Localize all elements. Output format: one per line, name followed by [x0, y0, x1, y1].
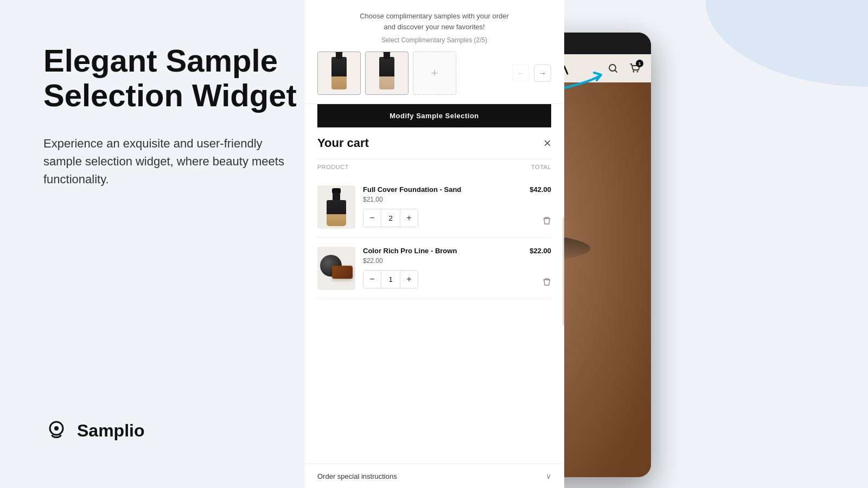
- left-panel: Elegant Sample Selection Widget Experien…: [0, 0, 347, 488]
- bottle-dark-icon: [331, 57, 347, 89]
- item-details-2: Color Rich Pro Line - Brown $22.00 − +: [363, 247, 551, 288]
- cart-item-2: Color Rich Pro Line - Brown $22.00 − + $…: [317, 238, 551, 299]
- sample-add-slot[interactable]: +: [413, 52, 456, 95]
- item-price-2: $22.00: [363, 257, 551, 265]
- delete-item-1[interactable]: [542, 216, 551, 227]
- qty-control-2: − +: [363, 270, 418, 288]
- cart-item-1: Full Cover Foundation - Sand $21.00 − + …: [317, 177, 551, 238]
- cart-body: Your cart × PRODUCT TOTAL Full Cover Fou…: [304, 127, 564, 308]
- close-cart-button[interactable]: ×: [544, 137, 551, 150]
- cart-icon[interactable]: 1: [627, 61, 642, 76]
- item-details-1: Full Cover Foundation - Sand $21.00 − +: [363, 185, 551, 227]
- bottle-light-icon: [379, 57, 394, 89]
- samples-count: Select Complimentary Samples (2/5): [317, 36, 551, 44]
- sample-thumb-2[interactable]: [365, 52, 409, 95]
- samples-section: Choose complimentary samples with your o…: [304, 0, 564, 104]
- item-name-2: Color Rich Pro Line - Brown: [363, 247, 551, 255]
- cart-columns-header: PRODUCT TOTAL: [317, 159, 551, 170]
- sample-next-btn[interactable]: →: [534, 65, 551, 82]
- svg-point-4: [637, 71, 639, 73]
- scrollbar[interactable]: [563, 217, 564, 325]
- samples-header-text: Choose complimentary samples with your o…: [317, 11, 551, 32]
- cart-title-row: Your cart ×: [317, 136, 551, 150]
- qty-decrease-1[interactable]: −: [363, 209, 381, 227]
- sample-thumb-1[interactable]: [317, 52, 361, 95]
- subtitle: Experience an exquisite and user-friendl…: [43, 134, 304, 188]
- qty-decrease-2[interactable]: −: [363, 271, 381, 288]
- cart-badge: 1: [636, 60, 643, 67]
- svg-point-1: [54, 426, 59, 431]
- chevron-down-icon: ∨: [546, 472, 551, 480]
- qty-value-1[interactable]: [381, 209, 400, 227]
- item-total-2: $22.00: [529, 247, 551, 255]
- total-col-label: TOTAL: [531, 164, 551, 170]
- qty-value-2[interactable]: [381, 271, 400, 288]
- sample-prev-btn[interactable]: ←: [512, 65, 529, 82]
- qty-control-1: − +: [363, 209, 418, 227]
- samples-row: + ← →: [317, 52, 551, 95]
- logo-area: Samplio: [43, 416, 304, 445]
- svg-point-3: [633, 71, 635, 73]
- product-col-label: PRODUCT: [317, 164, 349, 170]
- qty-increase-2[interactable]: +: [400, 271, 418, 288]
- logo-text: Samplio: [77, 421, 144, 441]
- item-image-1: [317, 185, 355, 229]
- add-icon: +: [431, 66, 438, 80]
- main-title: Elegant Sample Selection Widget: [43, 43, 304, 113]
- left-content: Elegant Sample Selection Widget Experien…: [43, 43, 304, 416]
- qty-increase-1[interactable]: +: [400, 209, 418, 227]
- delete-item-2[interactable]: [542, 278, 551, 288]
- item-image-2: [317, 247, 355, 290]
- samplio-logo-icon: [43, 416, 69, 445]
- item-price-1: $21.00: [363, 196, 551, 203]
- instructions-label: Order special instructions: [317, 472, 397, 480]
- cart-panel: Choose complimentary samples with your o…: [304, 0, 564, 488]
- order-instructions[interactable]: Order special instructions ∨: [304, 464, 564, 488]
- cart-title: Your cart: [317, 136, 369, 150]
- item-name-1: Full Cover Foundation - Sand: [363, 185, 551, 194]
- modify-sample-selection-button[interactable]: Modify Sample Selection: [317, 104, 551, 127]
- item-total-1: $42.00: [529, 185, 551, 194]
- search-icon[interactable]: [605, 61, 621, 76]
